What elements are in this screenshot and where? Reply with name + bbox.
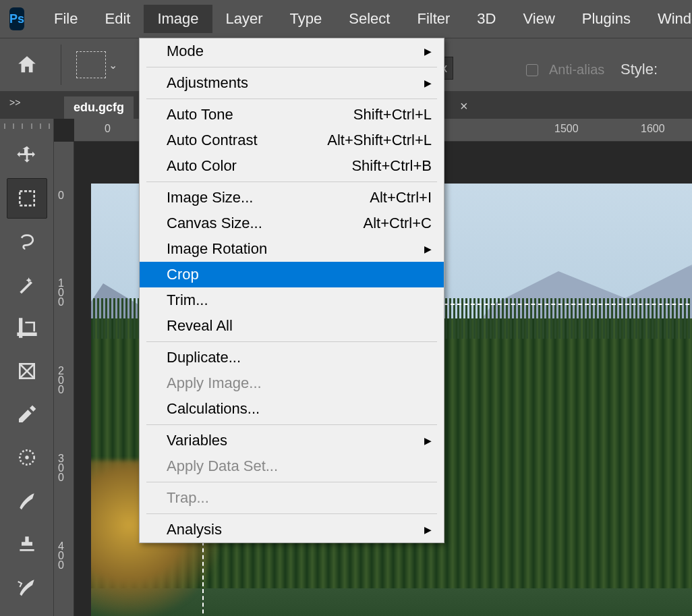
- submenu-arrow-icon: ▶: [424, 78, 432, 88]
- menuitem-auto-tone[interactable]: Auto ToneShift+Ctrl+L: [140, 102, 444, 128]
- app-logo[interactable]: Ps: [9, 7, 24, 30]
- tab-close-button[interactable]: ×: [460, 99, 468, 114]
- expand-panels-button[interactable]: >>: [9, 97, 20, 108]
- tool-lasso[interactable]: [7, 221, 47, 262]
- anti-alias-label: Anti-alias: [549, 62, 604, 78]
- menu-file[interactable]: File: [40, 5, 91, 33]
- menu-view[interactable]: View: [509, 5, 568, 33]
- tool-eraser[interactable]: [7, 610, 47, 616]
- menuitem-canvas-size-[interactable]: Canvas Size...Alt+Ctrl+C: [140, 211, 444, 236]
- tool-stamp[interactable]: [7, 524, 47, 564]
- ruler-tick: 0: [58, 191, 65, 200]
- image-menu-dropdown: Mode▶Adjustments▶Auto ToneShift+Ctrl+LAu…: [139, 38, 444, 543]
- tool-brush[interactable]: [7, 480, 47, 521]
- tool-wand[interactable]: [7, 264, 47, 305]
- menuitem-image-size-[interactable]: Image Size...Alt+Ctrl+I: [140, 185, 444, 211]
- menu-edit[interactable]: Edit: [91, 5, 144, 33]
- menuitem-duplicate-[interactable]: Duplicate...: [140, 345, 444, 370]
- document-tab[interactable]: edu.gcfg: [64, 96, 134, 119]
- toolbar: [0, 119, 54, 616]
- menuitem-apply-data-set-: Apply Data Set...: [140, 453, 444, 479]
- ruler-tick: 300: [58, 454, 65, 482]
- menuitem-apply-image-: Apply Image...: [140, 370, 444, 396]
- dropdown-caret-icon[interactable]: ⌄: [109, 59, 117, 72]
- ruler-tick: 400: [58, 542, 65, 570]
- submenu-arrow-icon: ▶: [424, 244, 432, 254]
- menuitem-auto-color[interactable]: Auto ColorShift+Ctrl+B: [140, 153, 444, 179]
- submenu-arrow-icon: ▶: [424, 524, 432, 535]
- tool-frame[interactable]: [7, 351, 47, 391]
- menu-window[interactable]: Window: [644, 5, 692, 33]
- tool-history-brush[interactable]: [7, 567, 47, 607]
- tool-eyedropper[interactable]: [7, 394, 47, 435]
- menuitem-trim-[interactable]: Trim...: [140, 287, 444, 313]
- menuitem-reveal-all[interactable]: Reveal All: [140, 313, 444, 339]
- menu-type[interactable]: Type: [277, 5, 336, 33]
- style-label: Style:: [621, 61, 658, 78]
- menubar: Ps FileEditImageLayerTypeSelectFilter3DV…: [0, 0, 692, 38]
- ruler-tick: 0: [105, 123, 111, 135]
- marquee-tool-indicator[interactable]: [76, 51, 106, 78]
- menu-image[interactable]: Image: [144, 5, 212, 33]
- submenu-arrow-icon: ▶: [424, 46, 432, 57]
- menuitem-variables[interactable]: Variables▶: [140, 428, 444, 453]
- menuitem-calculations-[interactable]: Calculations...: [140, 396, 444, 422]
- anti-alias-checkbox[interactable]: [526, 64, 538, 76]
- tool-crop[interactable]: [7, 308, 47, 348]
- ruler-tick: 1500: [554, 123, 579, 135]
- menuitem-analysis[interactable]: Analysis▶: [140, 517, 444, 542]
- svg-rect-0: [20, 191, 34, 205]
- menuitem-image-rotation[interactable]: Image Rotation▶: [140, 236, 444, 262]
- tool-heal[interactable]: [7, 437, 47, 478]
- svg-point-5: [25, 455, 28, 459]
- menu-layer[interactable]: Layer: [212, 5, 277, 33]
- ruler-vertical[interactable]: 0100200300400: [54, 142, 74, 616]
- home-button[interactable]: [13, 51, 40, 78]
- menu-select[interactable]: Select: [335, 5, 403, 33]
- menu-filter[interactable]: Filter: [403, 5, 463, 33]
- ruler-tick: 100: [58, 279, 65, 307]
- menuitem-adjustments[interactable]: Adjustments▶: [140, 70, 444, 96]
- menuitem-crop[interactable]: Crop: [140, 262, 444, 287]
- menuitem-mode[interactable]: Mode▶: [140, 38, 444, 64]
- menuitem-auto-contrast[interactable]: Auto ContrastAlt+Shift+Ctrl+L: [140, 128, 444, 153]
- ruler-tick: 200: [58, 366, 65, 395]
- ruler-tick: 1600: [641, 123, 665, 135]
- tool-marquee[interactable]: [7, 178, 47, 219]
- submenu-arrow-icon: ▶: [424, 435, 432, 446]
- menu-plugins[interactable]: Plugins: [569, 5, 644, 33]
- tool-move[interactable]: [7, 135, 47, 175]
- menu-3d[interactable]: 3D: [463, 5, 509, 33]
- menuitem-trap-: Trap...: [140, 485, 444, 511]
